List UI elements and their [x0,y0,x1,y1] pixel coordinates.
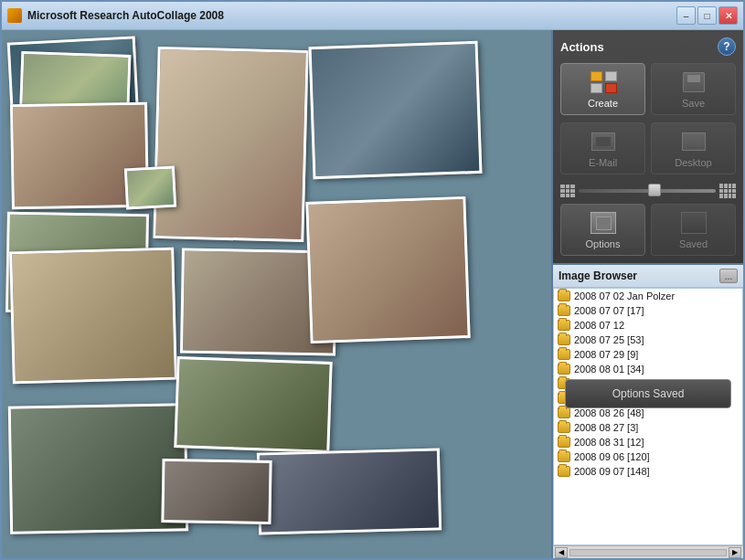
save-button[interactable]: Save [651,63,736,115]
folder-icon [558,422,570,433]
desktop-label: Desktop [675,157,711,168]
options-icon [589,210,618,236]
list-item[interactable]: 2008 09 07 [148] [554,464,742,479]
folder-label: 2008 07 07 [17] [574,305,644,316]
grid-small-icon [560,185,575,197]
saved-icon [679,210,708,236]
help-button[interactable]: ? [718,37,736,56]
saved-label: Saved [679,238,708,249]
save-label: Save [682,98,705,109]
folder-label: 2008 09 06 [120] [574,451,650,462]
options-saved-text: Options Saved [612,387,685,400]
folder-label: 2008 08 27 [3] [574,422,638,433]
window-controls: – □ ✕ [676,6,738,25]
close-button[interactable]: ✕ [718,6,738,25]
email-button[interactable]: E-Mail [560,122,645,174]
folder-label: 2008 08 01 [34] [574,364,644,375]
folder-icon [558,334,570,345]
create-button[interactable]: Create [560,63,645,115]
folder-label: 2008 09 07 [148] [574,466,650,477]
collage-area[interactable] [2,30,551,558]
scroll-track [569,549,727,556]
folder-label: 2008 07 12 [574,320,624,331]
folder-icon [558,364,570,375]
main-window: Microsoft Research AutoCollage 2008 – □ … [0,0,745,560]
create-label: Create [588,98,618,109]
folder-icon [558,349,570,360]
list-item[interactable]: 2008 07 29 [9] [554,347,742,362]
collage-photo [161,459,271,524]
desktop-icon [679,129,708,154]
actions-header: Actions ? [560,37,736,56]
actions-title: Actions [560,40,604,54]
app-icon [7,8,22,23]
folder-icon [558,407,570,418]
collage-photo [174,356,332,453]
collage-size-slider[interactable] [579,189,716,193]
window-title: Microsoft Research AutoCollage 2008 [27,9,671,22]
minimize-button[interactable]: – [676,6,696,25]
browser-header: Image Browser ... [553,265,743,288]
options-row-container: Options Saved Options Saved [560,204,736,256]
scroll-right-button[interactable]: ▶ [729,547,741,558]
grid-large-icon [719,184,736,198]
slider-thumb [648,184,661,196]
folder-label: 2008 07 25 [53] [574,334,644,345]
folder-icon [558,305,570,316]
list-item[interactable]: 2008 08 27 [3] [554,420,742,435]
scroll-left-button[interactable]: ◀ [555,547,568,558]
folder-label: 2008 07 29 [9] [574,349,638,360]
slider-row [560,182,736,204]
folder-label: 2008 07 02 Jan Polzer [574,291,675,301]
image-browser-section: Image Browser ... 2008 07 02 Jan Polzer2… [553,265,743,558]
maximize-button[interactable]: □ [697,6,717,25]
collage-photo [153,47,308,242]
create-icon [589,69,618,95]
titlebar: Microsoft Research AutoCollage 2008 – □ … [2,2,743,29]
collage-photo [257,448,442,534]
actions-grid-top: Create Save [560,63,736,115]
folder-icon [558,451,570,462]
browser-title: Image Browser [559,269,637,282]
browser-horizontal-scrollbar[interactable]: ◀ ▶ [553,545,743,558]
list-item[interactable]: 2008 07 02 Jan Polzer [554,289,742,303]
folder-icon [558,291,570,301]
saved-button[interactable]: Saved [651,204,736,256]
right-panel: Actions ? Creat [551,30,743,558]
folder-label: 2008 08 31 [12] [574,437,644,448]
actions-grid-middle: E-Mail Desktop [560,122,736,174]
list-item[interactable]: 2008 09 06 [120] [554,449,742,464]
collage-photo [305,196,470,343]
folder-icon [558,437,570,448]
folder-label: 2008 08 26 [48] [574,407,644,418]
email-icon [589,129,618,154]
browser-menu-button[interactable]: ... [719,269,738,283]
list-item[interactable]: 2008 07 12 [554,318,742,333]
list-item[interactable]: 2008 08 01 [34] [554,362,742,376]
collage-photo [309,41,483,179]
browser-list[interactable]: 2008 07 02 Jan Polzer2008 07 07 [17]2008… [553,288,743,545]
list-item[interactable]: 2008 07 25 [53] [554,333,742,347]
list-item[interactable]: 2008 08 31 [12] [554,435,742,449]
list-item[interactable]: 2008 07 07 [17] [554,303,742,318]
collage-photo [9,248,177,385]
desktop-button[interactable]: Desktop [651,122,736,174]
options-saved-notification: Options Saved [565,379,731,408]
collage-photo [124,166,176,210]
options-label: Options [586,238,621,249]
actions-grid-bottom: Options Saved [560,204,736,256]
actions-section: Actions ? Creat [553,30,743,265]
folder-icon [558,320,570,331]
email-label: E-Mail [589,157,617,168]
options-button[interactable]: Options [560,204,645,256]
save-icon [679,69,708,95]
main-content: Actions ? Creat [2,29,743,558]
folder-icon [558,466,570,477]
